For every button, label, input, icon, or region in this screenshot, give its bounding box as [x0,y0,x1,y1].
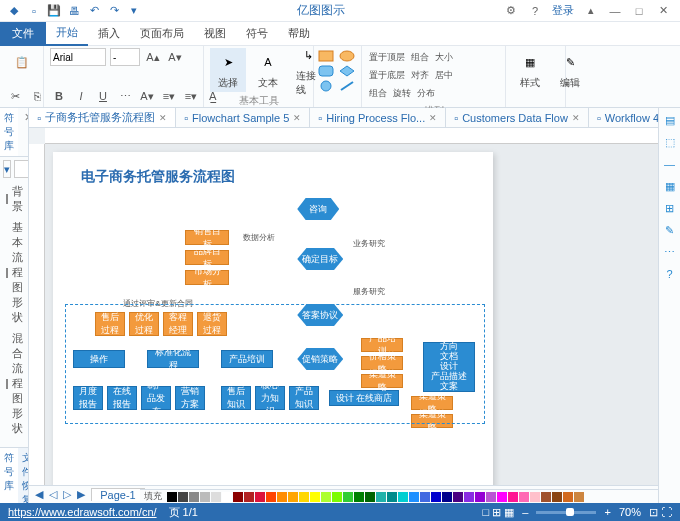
node-promote[interactable]: 促销策略 [297,348,343,370]
doc-tab[interactable]: ▫子商务托管服务流程图✕ [29,108,176,127]
doc-tab[interactable]: ▫Customers Data Flow✕ [446,108,589,127]
cat-background[interactable]: 背景 [0,181,28,217]
font-color-button[interactable]: A▾ [138,87,156,105]
color-swatch[interactable] [332,492,342,502]
size-button[interactable]: 大小 [434,48,454,66]
color-swatch[interactable] [321,492,331,502]
bold-button[interactable]: B [50,87,68,105]
node-confirm[interactable]: 确定目标 [297,248,343,270]
color-swatch[interactable] [200,492,210,502]
save-icon[interactable]: 💾 [46,3,62,19]
color-swatch[interactable] [255,492,265,502]
bring-front-button[interactable]: 置于顶层 [368,48,406,66]
ribbon-toggle-icon[interactable]: ▴ [580,3,602,19]
color-swatch[interactable] [299,492,309,502]
node-opt[interactable]: 优化过程 [129,312,159,336]
node-plan3[interactable]: 渠道策略 [361,374,403,388]
distribute-button[interactable]: 分布 [416,84,436,102]
select-tool[interactable]: ➤选择 [210,48,246,92]
status-url[interactable]: https://www.edrawsoft.com/cn/ [8,506,157,518]
doc-tab[interactable]: ▫Hiring Process Flo...✕ [310,108,446,127]
shape-line-icon[interactable] [339,80,355,92]
rotate-button[interactable]: 旋转 [392,84,412,102]
library-menu-button[interactable]: ▾ [3,160,11,178]
shape-diamond-icon[interactable] [339,65,355,77]
node-prodknow[interactable]: 产品知识 [289,386,319,410]
color-swatch[interactable] [409,492,419,502]
combine-button[interactable]: 组合 [368,84,388,102]
menu-symbol[interactable]: 符号 [236,22,278,45]
status-view-icons[interactable]: □ ⊞ ▦ [483,506,515,519]
color-swatch[interactable] [343,492,353,502]
color-swatch[interactable] [464,492,474,502]
node-prodrel[interactable]: 制产品发布 [141,386,171,410]
close-button[interactable]: ✕ [652,3,674,19]
bullet-button[interactable]: ≡▾ [160,87,178,105]
close-tab-icon[interactable]: ✕ [159,113,167,123]
text-tool[interactable]: A文本 [250,48,286,92]
color-swatch[interactable] [398,492,408,502]
color-swatch[interactable] [519,492,529,502]
color-swatch[interactable] [508,492,518,502]
menu-layout[interactable]: 页面布局 [130,22,194,45]
zoom-slider[interactable] [536,511,596,514]
rail-icon[interactable]: ▦ [662,178,678,194]
node-propose[interactable]: 答案协议 [297,304,343,326]
color-swatch[interactable] [365,492,375,502]
shrink-font-button[interactable]: A▾ [166,48,184,66]
color-swatch[interactable] [310,492,320,502]
node-output[interactable]: 方向 文档 设计 产品描述 文案 [423,342,475,392]
menu-home[interactable]: 开始 [46,21,88,46]
page-last[interactable]: ▶ [75,488,87,501]
minimize-button[interactable]: — [604,3,626,19]
page-next[interactable]: ▷ [61,488,73,501]
shape-rrect-icon[interactable] [318,65,334,77]
redo-icon[interactable]: ↷ [106,3,122,19]
rail-icon[interactable]: ✎ [662,222,678,238]
color-swatch[interactable] [486,492,496,502]
node-afterknow[interactable]: 售后知识 [221,386,251,410]
node-coreknow[interactable]: 核心力知识 [255,386,285,410]
color-swatch[interactable] [442,492,452,502]
align-button[interactable]: ≡▾ [182,87,200,105]
page-prev[interactable]: ◁ [47,488,59,501]
color-swatch[interactable] [233,492,243,502]
color-swatch[interactable] [222,492,232,502]
doc-tab[interactable]: ▫Flowchart Sample 5✕ [176,108,310,127]
send-back-button[interactable]: 置于底层 [368,66,406,84]
shape-rect-icon[interactable] [318,50,334,62]
color-swatch[interactable] [244,492,254,502]
rail-icon[interactable]: ▤ [662,112,678,128]
node-cust[interactable]: 客程经理 [163,312,193,336]
search-input[interactable] [14,160,29,178]
italic-button[interactable]: I [72,87,90,105]
shape-oval-icon[interactable] [339,50,355,62]
file-menu[interactable]: 文件 [0,22,46,46]
node-op[interactable]: 操作 [73,350,125,368]
sidebar-close-icon[interactable]: ✕ [18,108,29,156]
rail-icon[interactable]: — [662,156,678,172]
color-swatch[interactable] [178,492,188,502]
node-brand-goal[interactable]: 品牌目标 [185,250,229,265]
bottom-tab-library[interactable]: 符号库 [0,448,18,503]
page[interactable]: 电子商务托管服务流程图 咨询 销售目标 品牌目标 市场分析 数据分析 确定目标 … [53,152,493,485]
node-train[interactable]: 产品培训 [221,350,273,368]
paste-button[interactable]: 📋 [6,48,37,76]
node-market[interactable]: 市场分析 [185,270,229,285]
sidebar-tab-library[interactable]: 符号库 [0,108,18,156]
color-swatch[interactable] [167,492,177,502]
shape-circle-icon[interactable] [318,80,334,92]
login-button[interactable]: 登录 [548,3,578,19]
page-first[interactable]: ◀ [33,488,45,501]
undo-icon[interactable]: ↶ [86,3,102,19]
page-tab-1[interactable]: Page-1 [91,488,144,501]
rail-icon[interactable]: ⬚ [662,134,678,150]
size-select[interactable] [110,48,140,66]
grow-font-button[interactable]: A▴ [144,48,162,66]
color-swatch[interactable] [288,492,298,502]
align-obj-button[interactable]: 对齐 [410,66,430,84]
help-icon[interactable]: ? [524,3,546,19]
node-seasonal[interactable]: 营销方案 [175,386,205,410]
color-swatch[interactable] [574,492,584,502]
color-swatch[interactable] [266,492,276,502]
